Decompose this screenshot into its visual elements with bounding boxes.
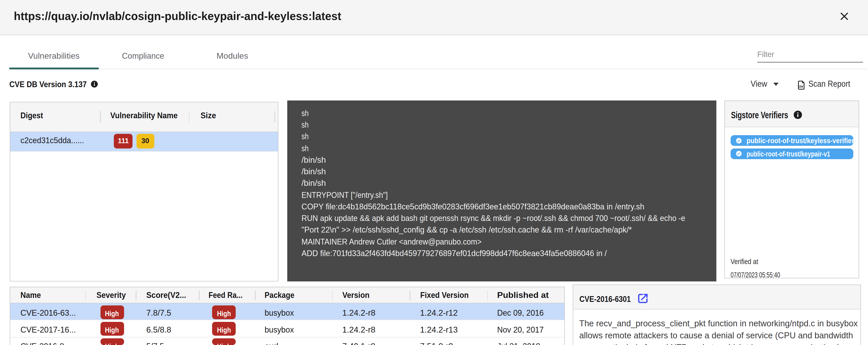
svg-text:csv: csv xyxy=(798,85,803,88)
